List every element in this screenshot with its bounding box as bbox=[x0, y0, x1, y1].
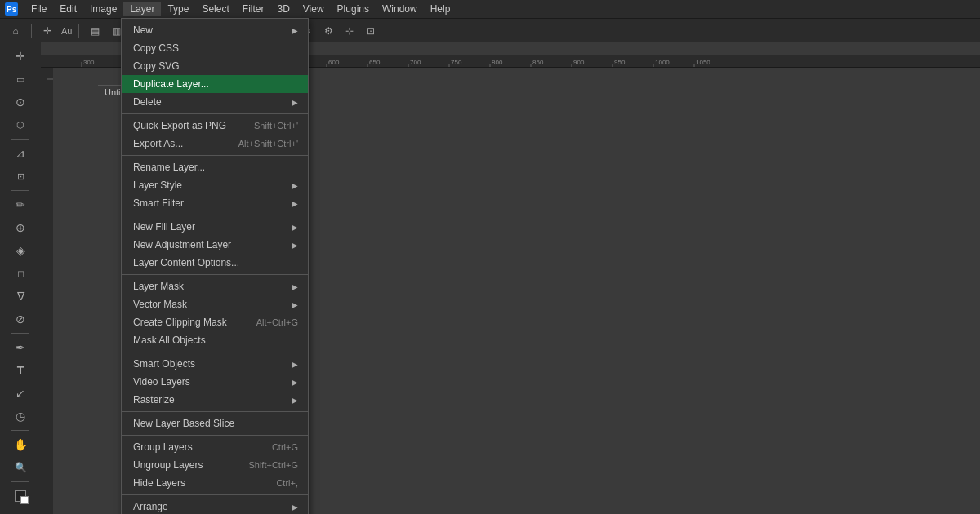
layer-mask-arrow: ▶ bbox=[292, 282, 298, 291]
menu-export-as[interactable]: Export As... Alt+Shift+Ctrl+' bbox=[122, 135, 308, 153]
svg-text:1050: 1050 bbox=[696, 59, 710, 66]
menu-section-5: Layer Mask ▶ Vector Mask ▶ Create Clippi… bbox=[122, 275, 308, 352]
shape-tool[interactable]: ◷ bbox=[10, 405, 31, 427]
menu-window[interactable]: Window bbox=[376, 2, 424, 16]
settings-icon[interactable]: ⚙ bbox=[319, 22, 337, 40]
layer-style-label: Layer Style bbox=[133, 179, 182, 191]
new-fill-layer-arrow: ▶ bbox=[292, 223, 298, 232]
smart-filter-label: Smart Filter bbox=[133, 197, 184, 209]
menu-section-9: Arrange ▶ Combine Shapes ▶ bbox=[122, 495, 308, 514]
svg-text:1000: 1000 bbox=[655, 59, 670, 66]
layer-dropdown-menu: New ▶ Copy CSS Copy SVG Duplicate Layer.… bbox=[121, 18, 309, 514]
menu-ungroup-layers[interactable]: Ungroup Layers Shift+Ctrl+G bbox=[122, 456, 308, 474]
menu-smart-objects[interactable]: Smart Objects ▶ bbox=[122, 355, 308, 373]
menu-copy-css[interactable]: Copy CSS bbox=[122, 39, 308, 57]
tool-sep-4 bbox=[11, 430, 29, 431]
move-tool[interactable]: ✛ bbox=[10, 46, 31, 67]
menu-smart-filter[interactable]: Smart Filter ▶ bbox=[122, 194, 308, 212]
menu-image[interactable]: Image bbox=[83, 2, 123, 16]
menu-new[interactable]: New ▶ bbox=[122, 21, 308, 39]
type-tool[interactable]: T bbox=[10, 360, 31, 381]
tool-sep-3 bbox=[11, 333, 29, 334]
vector-mask-label: Vector Mask bbox=[133, 299, 187, 310]
menu-create-clipping-mask[interactable]: Create Clipping Mask Alt+Ctrl+G bbox=[122, 313, 308, 331]
svg-text:850: 850 bbox=[532, 59, 544, 66]
menu-group-layers[interactable]: Group Layers Ctrl+G bbox=[122, 438, 308, 456]
eyedropper-tool[interactable]: ⊿ bbox=[10, 143, 31, 164]
tool-sep-1 bbox=[11, 139, 29, 140]
svg-text:Ps: Ps bbox=[7, 5, 17, 14]
delete-label: Delete bbox=[133, 96, 162, 108]
mask-all-objects-label: Mask All Objects bbox=[133, 335, 206, 346]
select-tool[interactable]: ▭ bbox=[10, 69, 31, 90]
video-layers-arrow: ▶ bbox=[292, 378, 298, 387]
menu-rasterize[interactable]: Rasterize ▶ bbox=[122, 391, 308, 409]
dodge-tool[interactable]: ⊘ bbox=[10, 308, 31, 330]
smart-filter-arrow: ▶ bbox=[292, 199, 298, 208]
menu-quick-export[interactable]: Quick Export as PNG Shift+Ctrl+' bbox=[122, 117, 308, 135]
gradient-tool[interactable]: ∇ bbox=[10, 286, 31, 307]
ungroup-layers-label: Ungroup Layers bbox=[133, 459, 203, 471]
create-clipping-mask-label: Create Clipping Mask bbox=[133, 317, 227, 328]
brush-tool[interactable]: ✏ bbox=[10, 194, 31, 215]
menu-filter[interactable]: Filter bbox=[236, 2, 271, 16]
menu-plugins[interactable]: Plugins bbox=[331, 2, 376, 16]
align-left-icon[interactable]: ▤ bbox=[86, 22, 104, 40]
menu-copy-svg[interactable]: Copy SVG bbox=[122, 57, 308, 75]
menu-new-layer-based-slice[interactable]: New Layer Based Slice bbox=[122, 414, 308, 432]
path-select-tool[interactable]: ↙ bbox=[10, 383, 31, 404]
ps-logo: Ps bbox=[3, 1, 20, 17]
menu-duplicate-layer[interactable]: Duplicate Layer... bbox=[122, 75, 308, 93]
lasso-tool[interactable]: ⊙ bbox=[10, 91, 31, 113]
menu-mask-all-objects[interactable]: Mask All Objects bbox=[122, 331, 308, 349]
clone-tool[interactable]: ⊕ bbox=[10, 217, 31, 238]
menu-new-adjustment-layer[interactable]: New Adjustment Layer ▶ bbox=[122, 236, 308, 254]
eraser-tool[interactable]: ◻ bbox=[10, 263, 31, 284]
toolbar-separator-1 bbox=[31, 24, 32, 38]
menu-rename-layer[interactable]: Rename Layer... bbox=[122, 158, 308, 176]
camera-icon[interactable]: ⊡ bbox=[362, 22, 380, 40]
menu-section-6: Smart Objects ▶ Video Layers ▶ Rasterize… bbox=[122, 352, 308, 412]
menu-video-layers[interactable]: Video Layers ▶ bbox=[122, 373, 308, 391]
auto-label: Au bbox=[61, 26, 72, 36]
svg-text:950: 950 bbox=[614, 59, 626, 66]
menu-section-7: New Layer Based Slice bbox=[122, 412, 308, 436]
hand-tool[interactable]: ✋ bbox=[10, 434, 31, 455]
menu-edit[interactable]: Edit bbox=[53, 2, 83, 16]
object-tool[interactable]: ⬡ bbox=[10, 114, 31, 135]
history-brush[interactable]: ◈ bbox=[10, 240, 31, 261]
zoom-tool[interactable]: 🔍 bbox=[10, 457, 31, 478]
menu-new-fill-layer[interactable]: New Fill Layer ▶ bbox=[122, 218, 308, 236]
duplicate-layer-label: Duplicate Layer... bbox=[133, 78, 209, 90]
move-icon[interactable]: ✛ bbox=[38, 22, 56, 40]
menu-delete[interactable]: Delete ▶ bbox=[122, 93, 308, 111]
tool-sep-5 bbox=[11, 481, 29, 482]
menu-layer-style[interactable]: Layer Style ▶ bbox=[122, 176, 308, 194]
menu-select[interactable]: Select bbox=[195, 2, 235, 16]
foreground-color[interactable] bbox=[10, 485, 31, 507]
menu-layer-content-options[interactable]: Layer Content Options... bbox=[122, 254, 308, 272]
menu-layer[interactable]: Layer bbox=[123, 2, 161, 16]
home-icon[interactable]: ⌂ bbox=[7, 22, 24, 40]
menu-3d[interactable]: 3D bbox=[270, 2, 296, 16]
new-label: New bbox=[133, 24, 153, 36]
menu-arrange[interactable]: Arrange ▶ bbox=[122, 498, 308, 514]
export-as-label: Export As... bbox=[133, 138, 183, 149]
pen-tool[interactable]: ✒ bbox=[10, 337, 31, 358]
menu-help[interactable]: Help bbox=[424, 2, 457, 16]
menu-type[interactable]: Type bbox=[161, 2, 195, 16]
new-layer-based-slice-label: New Layer Based Slice bbox=[133, 418, 234, 429]
menu-layer-mask[interactable]: Layer Mask ▶ bbox=[122, 277, 308, 295]
new-adjustment-layer-label: New Adjustment Layer bbox=[133, 239, 231, 250]
copy-svg-label: Copy SVG bbox=[133, 60, 180, 72]
menu-view[interactable]: View bbox=[296, 2, 331, 16]
grid-icon[interactable]: ⊹ bbox=[341, 22, 359, 40]
crop-tool[interactable]: ⊡ bbox=[10, 166, 31, 187]
svg-text:700: 700 bbox=[410, 59, 421, 66]
menu-file[interactable]: File bbox=[24, 2, 53, 16]
menu-hide-layers[interactable]: Hide Layers Ctrl+, bbox=[122, 474, 308, 492]
svg-text:300: 300 bbox=[83, 59, 95, 66]
svg-rect-35 bbox=[41, 55, 53, 514]
menu-section-8: Group Layers Ctrl+G Ungroup Layers Shift… bbox=[122, 436, 308, 495]
menu-vector-mask[interactable]: Vector Mask ▶ bbox=[122, 295, 308, 313]
